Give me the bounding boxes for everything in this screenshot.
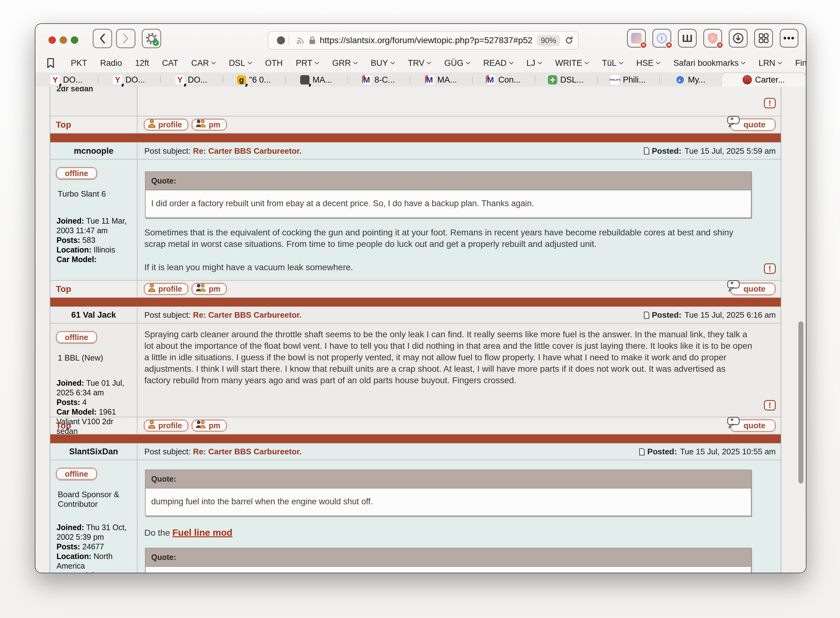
profile-button[interactable]: profile: [144, 283, 188, 295]
bookmark-item-lj[interactable]: LJ: [526, 58, 542, 68]
bookmark-icon[interactable]: [47, 58, 55, 68]
document-icon: [644, 147, 649, 154]
profile-button[interactable]: profile: [144, 119, 188, 131]
bookmark-item-read[interactable]: READ: [483, 58, 513, 68]
pm-button[interactable]: pm: [191, 119, 227, 131]
traffic-lights: [49, 36, 78, 44]
post-body-row: offline Board Sponsor & Contributor Join…: [50, 460, 781, 573]
tab-8[interactable]: MCon...: [472, 73, 535, 87]
offline-badge[interactable]: offline: [56, 167, 97, 180]
post-paragraph: Sometimes that is the equivalent of cock…: [144, 227, 753, 250]
bookmark-item-g-g[interactable]: GÜG: [444, 58, 470, 68]
post-actions: profile pm ❞ quote: [138, 417, 781, 434]
partial-post-row: 2dr sedan !: [50, 87, 781, 116]
tab-9[interactable]: +DSL...: [535, 73, 597, 87]
tab-title: Carter...: [755, 75, 785, 85]
tab-10[interactable]: PHILIPSPhili...: [597, 73, 659, 87]
post-paragraph: Spraying carb cleaner around the throttl…: [138, 324, 781, 386]
chevron-left-icon: [99, 33, 106, 44]
post-author[interactable]: SlantSixDan: [69, 447, 118, 456]
settings-gear-button[interactable]: ✓: [142, 29, 161, 48]
close-window-button[interactable]: [49, 36, 56, 44]
extension-button-2[interactable]: ✕: [652, 29, 671, 48]
bookmark-item-fin[interactable]: Fin: [795, 58, 806, 68]
tab-title: DO...: [188, 75, 207, 85]
offline-badge[interactable]: offline: [56, 468, 97, 480]
tab-overview-button[interactable]: [754, 29, 773, 48]
downloads-button[interactable]: [729, 29, 748, 48]
quote-button[interactable]: ❞ quote: [730, 282, 776, 295]
profile-button[interactable]: profile: [144, 420, 188, 432]
posted-timestamp: Posted: Tue 15 Jul, 2025 6:16 am: [644, 310, 776, 320]
bookmark-item-radio[interactable]: Radio: [100, 58, 122, 68]
tab-12-active[interactable]: Carter...: [722, 73, 806, 87]
quote-block: Quote: I did order a factory rebuilt uni…: [145, 548, 751, 573]
top-link[interactable]: Top: [56, 284, 71, 294]
tab-3[interactable]: Y,DO...: [160, 73, 222, 87]
more-button[interactable]: •••: [780, 29, 799, 48]
wappalyzer-button[interactable]: Ш: [678, 29, 696, 48]
bookmark-item-cat[interactable]: CAT: [162, 58, 178, 68]
post-subject[interactable]: Re: Carter BBS Carbureetor.: [193, 310, 302, 319]
favicon-greencross: +: [548, 75, 557, 85]
bookmark-item-oth[interactable]: OTH: [265, 58, 283, 68]
report-post-button[interactable]: !: [764, 400, 776, 410]
bookmark-item-buy[interactable]: BUY: [370, 58, 395, 68]
zoom-window-button[interactable]: [71, 36, 78, 44]
back-button[interactable]: [93, 29, 112, 48]
post-subject[interactable]: Re: Carter BBS Carbureetor.: [193, 447, 302, 456]
report-post-button[interactable]: !: [764, 98, 776, 108]
pm-button[interactable]: pm: [191, 420, 227, 432]
minimize-window-button[interactable]: [59, 36, 67, 44]
page-zoom-badge[interactable]: 90%: [537, 35, 560, 46]
favicon-yahoo: Y,: [50, 75, 60, 85]
bookmark-item-dsl[interactable]: DSL: [229, 58, 252, 68]
bookmark-item-pkt[interactable]: PKT: [71, 58, 87, 68]
top-link[interactable]: Top: [56, 120, 71, 130]
bookmark-item-hse[interactable]: HSE: [636, 58, 661, 68]
chevron-right-icon: [122, 33, 129, 44]
tab-6[interactable]: M,8-C...: [347, 73, 410, 87]
ellipsis-icon: •••: [783, 33, 795, 43]
tab-5[interactable]: ,MA...: [285, 73, 347, 87]
bookmark-item-12ft[interactable]: 12ft: [135, 58, 149, 68]
offline-badge[interactable]: offline: [56, 331, 97, 344]
report-post-button[interactable]: !: [764, 263, 776, 274]
forward-button[interactable]: [116, 29, 135, 48]
bookmark-item-car[interactable]: CAR: [191, 58, 216, 68]
post-author[interactable]: mcnoople: [74, 146, 114, 156]
fuel-line-mod-link[interactable]: Fuel line mod: [172, 527, 232, 538]
shield-extension-button[interactable]: ✕: [704, 29, 722, 48]
post-separator-bar: [50, 434, 781, 444]
pm-button[interactable]: pm: [191, 283, 227, 295]
post-sidebar: offline Turbo Slant 6 Joined: Tue 11 Mar…: [50, 160, 138, 280]
extension-button-1[interactable]: ✕: [627, 29, 646, 48]
post-subject-line: Post subject:Re: Carter BBS Carbureetor.: [144, 310, 302, 320]
bookmark-item-t-l[interactable]: TüL: [602, 58, 623, 68]
top-cell: Top: [50, 116, 138, 133]
post-body-row: offline Turbo Slant 6 Joined: Tue 11 Mar…: [50, 160, 781, 281]
bookmark-item-write[interactable]: WRITE: [555, 58, 589, 68]
reload-icon[interactable]: [564, 36, 574, 45]
url-text[interactable]: https://slantsix.org/forum/viewtopic.php…: [320, 36, 535, 45]
tab-11[interactable]: My...: [659, 73, 722, 87]
bookmark-item-lrn[interactable]: LRN: [759, 58, 782, 68]
quote-button[interactable]: ❞ quote: [730, 118, 776, 131]
post-author[interactable]: 61 Val Jack: [71, 310, 116, 320]
tab-2[interactable]: Y,DO...: [98, 73, 160, 87]
bookmark-item-prt[interactable]: PRT: [296, 58, 319, 68]
scrollbar-thumb[interactable]: [799, 321, 803, 484]
favicon-yahoo: Y,: [175, 75, 185, 85]
tab-4[interactable]: g,"6 0...: [222, 73, 285, 87]
post-subject[interactable]: Re: Carter BBS Carbureetor.: [193, 146, 302, 156]
quote-button[interactable]: ❞ quote: [730, 419, 776, 432]
tab-7[interactable]: M,MA...: [410, 73, 472, 87]
tab-1[interactable]: Y,DO...: [36, 73, 98, 87]
bookmark-item-grr[interactable]: GRR: [332, 58, 358, 68]
quote-text: I did order a factory rebuilt unit: [145, 567, 751, 573]
bookmark-item-trv[interactable]: TRV: [408, 58, 431, 68]
bookmark-item-safari-bookmarks[interactable]: Safari bookmarks: [673, 58, 745, 68]
address-bar[interactable]: https://slantsix.org/forum/viewtopic.php…: [268, 31, 579, 50]
car-model-tail: 2dr sedan: [56, 87, 137, 93]
top-link[interactable]: Top: [56, 421, 71, 431]
